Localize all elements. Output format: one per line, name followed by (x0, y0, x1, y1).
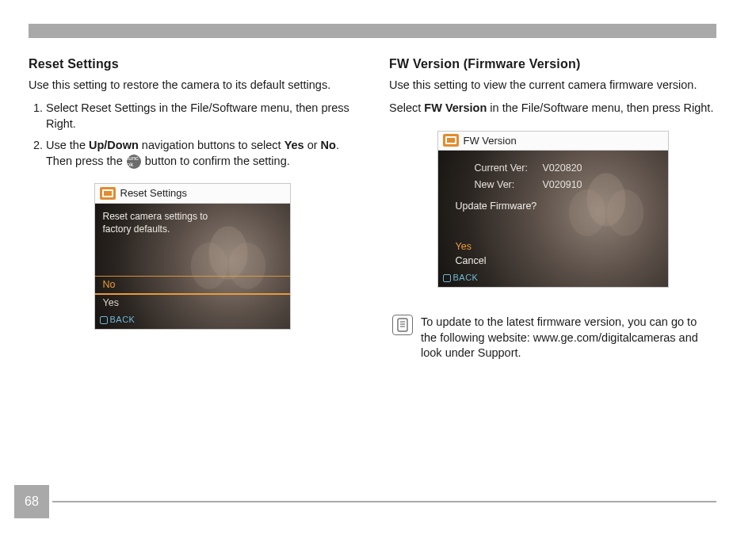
step-2-a: Use the (46, 139, 89, 151)
col-fw-version: FW Version (Firmware Version) Use this s… (389, 55, 716, 361)
folder-icon (100, 187, 116, 200)
step-2-yes: Yes (284, 139, 304, 151)
page-number: 68 (14, 485, 49, 518)
note-text: To update to the latest firmware version… (421, 315, 713, 361)
folder-icon (443, 134, 459, 147)
step-2-c: or (304, 139, 321, 151)
instr-b: FW Version (424, 101, 487, 114)
cam-body-l1: Reset camera settings to (103, 210, 282, 223)
section-title: Reset Settings (29, 55, 356, 73)
cam-option-no[interactable]: No (95, 276, 290, 295)
cam-back[interactable]: BACK (100, 314, 136, 326)
footer-rule (52, 501, 716, 502)
instr-a: Select (389, 101, 424, 114)
cam-body-text: Reset camera settings to factory default… (95, 204, 290, 235)
fw-instruction: Select FW Version in the File/Software m… (389, 101, 716, 116)
step-2-no: No (321, 139, 336, 151)
col-reset-settings: Reset Settings Use this setting to resto… (29, 55, 356, 361)
cam-title: FW Version (464, 134, 517, 148)
instr-c: in the File/Software menu, then press Ri… (487, 101, 713, 114)
fw-version-rows: Current Ver: V020820 New Ver: V020910 (438, 151, 668, 192)
back-icon (443, 274, 451, 282)
cam-titlebar: FW Version (438, 132, 668, 151)
note-icon (392, 315, 413, 335)
fw-current-row: Current Ver: V020820 (475, 162, 668, 175)
fw-option-yes[interactable]: Yes (456, 240, 487, 254)
step-2-updown: Up/Down (89, 139, 139, 151)
cam-body: Current Ver: V020820 New Ver: V020910 Up… (438, 151, 668, 287)
cam-option-yes[interactable]: Yes (95, 295, 290, 311)
steps-list: Select Reset Settings in the File/Softwa… (29, 101, 356, 169)
step-2: Use the Up/Down navigation buttons to se… (46, 138, 356, 169)
fw-new-row: New Ver: V020910 (475, 178, 668, 192)
step-2-e: button to confirm the setting. (142, 155, 290, 167)
cam-options: No Yes (95, 276, 290, 311)
cam-back-label: BACK (453, 272, 479, 284)
cam-body: Reset camera settings to factory default… (95, 204, 290, 329)
step-1: Select Reset Settings in the File/Softwa… (46, 101, 356, 132)
step-1-text: Select Reset Settings in the File/Softwa… (46, 101, 349, 130)
fw-current-label: Current Ver: (475, 162, 536, 175)
cam-titlebar: Reset Settings (95, 184, 290, 204)
func-ok-icon: func ok (127, 155, 141, 169)
fw-question: Update Firmware? (456, 200, 668, 213)
svg-rect-0 (398, 319, 407, 331)
header-bar (29, 24, 716, 38)
note-box: To update to the latest firmware version… (389, 315, 716, 361)
cam-body-l2: factory defaults. (103, 223, 282, 235)
fw-new-label: New Ver: (475, 178, 536, 192)
fw-current-value: V020820 (543, 162, 582, 175)
fw-options: Yes Cancel (456, 240, 487, 269)
cam-title: Reset Settings (120, 186, 188, 201)
cam-back-label: BACK (110, 314, 136, 326)
section-title: FW Version (Firmware Version) (389, 55, 716, 73)
cam-back[interactable]: BACK (443, 272, 479, 284)
back-icon (100, 316, 108, 324)
camera-screenshot-reset: Reset Settings Reset camera settings to … (94, 183, 291, 330)
fw-option-cancel[interactable]: Cancel (456, 254, 487, 268)
step-2-b: navigation buttons to select (139, 139, 284, 151)
camera-screenshot-fw: FW Version Current Ver: V020820 New Ver:… (437, 131, 669, 288)
page-content: Reset Settings Use this setting to resto… (29, 55, 716, 361)
fw-new-value: V020910 (543, 178, 582, 192)
section-desc: Use this setting to restore the camera t… (29, 78, 356, 94)
section-desc: Use this setting to view the current cam… (389, 78, 716, 94)
